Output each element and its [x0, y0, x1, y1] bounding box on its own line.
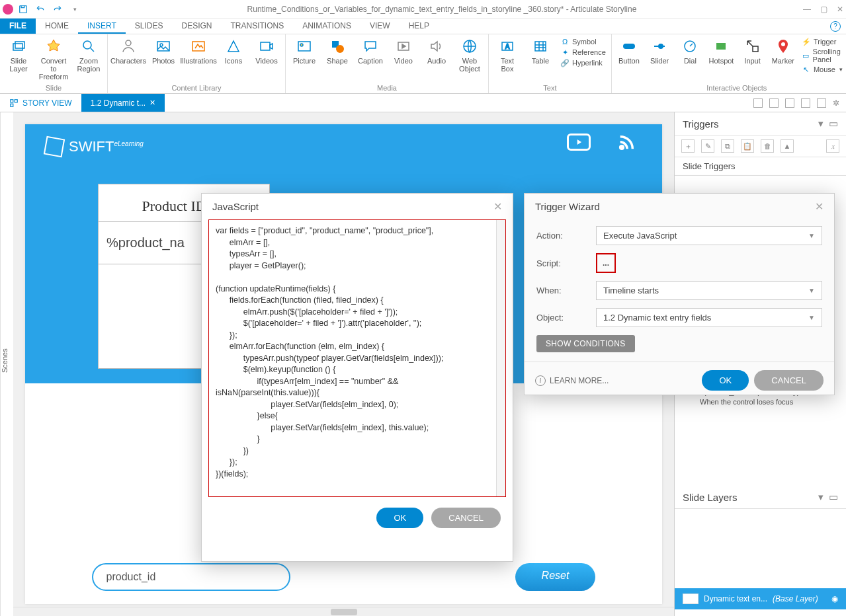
tab-insert[interactable]: INSERT — [78, 19, 126, 34]
dial-button[interactable]: Dial — [678, 37, 702, 65]
ribbon-group-text: ATextBox Table ΩSymbol ✦Reference 🔗Hyper… — [489, 34, 612, 93]
marker-button[interactable]: Marker — [771, 37, 795, 65]
visibility-icon[interactable]: ◉ — [831, 594, 838, 603]
reference-button[interactable]: ✦Reference — [560, 48, 606, 57]
convert-freeform-button[interactable]: Convert toFreeform — [38, 37, 69, 81]
js-dialog-close-icon[interactable]: ✕ — [493, 200, 502, 213]
variables-icon[interactable]: 𝑥 — [826, 139, 839, 153]
code-scrollbar[interactable] — [496, 220, 505, 496]
tw-ok-button[interactable]: OK — [702, 370, 749, 391]
picture-button[interactable]: Picture — [291, 37, 317, 65]
tab-transitions[interactable]: TRANSITIONS — [222, 19, 294, 34]
show-conditions-button[interactable]: SHOW CONDITIONS — [536, 335, 635, 352]
layers-menu-icon[interactable]: ▾ — [818, 491, 824, 503]
titlebar: ▾ Runtime_Conditions_or_Variables_for_dy… — [0, 0, 846, 19]
web-object-button[interactable]: WebObject — [456, 37, 483, 73]
videos-button[interactable]: Videos — [253, 37, 280, 65]
tw-cancel-button[interactable]: CANCEL — [754, 370, 824, 391]
reset-button[interactable]: Reset — [515, 563, 596, 591]
close-button[interactable]: ✕ — [837, 5, 843, 14]
story-view-tab[interactable]: STORY VIEW — [0, 94, 81, 112]
device-phone-portrait-icon[interactable] — [817, 98, 826, 108]
shape-button[interactable]: Shape — [324, 37, 351, 65]
javascript-code-textarea[interactable]: var fields = ["product_id", "product_nam… — [208, 219, 506, 497]
youtube-icon — [567, 134, 591, 151]
ribbon: SlideLayer Convert toFreeform ZoomRegion… — [0, 34, 846, 94]
move-up-icon[interactable]: ▲ — [781, 139, 794, 153]
characters-button[interactable]: Characters — [113, 37, 144, 65]
tw-dialog-close-icon[interactable]: ✕ — [815, 200, 824, 213]
edit-trigger-icon[interactable]: ✎ — [701, 139, 714, 153]
device-tablet-landscape-icon[interactable] — [769, 98, 779, 108]
caption-button[interactable]: Caption — [357, 37, 384, 65]
device-tablet-portrait-icon[interactable] — [785, 98, 794, 108]
mouse-icon: ↖ — [802, 65, 811, 74]
panel-expand-icon[interactable]: ▭ — [829, 118, 838, 130]
tab-view[interactable]: VIEW — [360, 19, 400, 34]
trigger-button[interactable]: ⚡Trigger — [802, 37, 846, 46]
redo-icon[interactable] — [52, 3, 63, 15]
settings-icon[interactable]: ✲ — [833, 98, 839, 108]
svg-point-13 — [336, 45, 344, 53]
video-button[interactable]: Video — [390, 37, 417, 65]
symbol-button[interactable]: ΩSymbol — [560, 37, 606, 46]
slider-button[interactable]: Slider — [648, 37, 671, 65]
qat-dropdown-icon[interactable]: ▾ — [69, 3, 81, 15]
scenes-rail[interactable]: Scenes — [0, 112, 13, 616]
maximize-button[interactable]: ▢ — [820, 5, 827, 14]
add-trigger-icon[interactable]: ＋ — [681, 139, 695, 153]
audio-button[interactable]: Audio — [423, 37, 450, 65]
icons-icon — [224, 37, 243, 56]
svg-point-20 — [659, 44, 663, 48]
button-button[interactable]: Button — [617, 37, 641, 65]
undo-icon[interactable] — [34, 3, 46, 15]
panel-menu-icon[interactable]: ▾ — [818, 118, 824, 130]
scrolling-panel-button[interactable]: ▭Scrolling Panel — [802, 48, 846, 63]
minimize-button[interactable]: — — [803, 5, 811, 14]
base-layer-chip[interactable]: Dynamic text en... (Base Layer) ◉ — [675, 588, 846, 609]
photos-button[interactable]: Photos — [150, 37, 177, 65]
copy-trigger-icon[interactable]: ⧉ — [721, 139, 734, 153]
help-icon[interactable]: ? — [830, 21, 841, 32]
script-edit-button[interactable]: ... — [596, 253, 616, 273]
tab-design[interactable]: DESIGN — [172, 19, 221, 34]
save-icon[interactable] — [17, 3, 29, 15]
device-phone-landscape-icon[interactable] — [801, 98, 810, 108]
horizontal-scrollbar[interactable] — [13, 607, 674, 616]
learn-more-link[interactable]: iLEARN MORE... — [535, 375, 609, 386]
symbol-icon: Ω — [560, 37, 570, 46]
device-desktop-icon[interactable] — [753, 98, 763, 108]
illustrations-button[interactable]: Illustrations — [183, 37, 214, 65]
shape-icon — [328, 37, 347, 56]
icons-button[interactable]: Icons — [220, 37, 247, 65]
tab-animations[interactable]: ANIMATIONS — [293, 19, 360, 34]
table-button[interactable]: Table — [527, 37, 554, 65]
tab-home[interactable]: HOME — [36, 19, 78, 34]
zoom-region-button[interactable]: ZoomRegion — [75, 37, 102, 73]
app-icon — [3, 4, 13, 15]
zoom-icon — [79, 37, 98, 56]
slide-tab[interactable]: 1.2 Dynamic t...✕ — [81, 94, 165, 112]
object-select[interactable]: 1.2 Dynamic text entry fields▼ — [596, 308, 822, 327]
tab-help[interactable]: HELP — [400, 19, 439, 34]
product-id-input[interactable]: product_id — [92, 563, 290, 591]
layers-expand-icon[interactable]: ▭ — [829, 491, 838, 503]
close-tab-icon[interactable]: ✕ — [149, 98, 155, 107]
tab-slides[interactable]: SLIDES — [126, 19, 173, 34]
js-cancel-button[interactable]: CANCEL — [431, 508, 501, 528]
tab-file[interactable]: FILE — [0, 19, 36, 34]
js-ok-button[interactable]: OK — [376, 508, 423, 528]
ribbon-group-media: Picture Shape Caption Video Audio WebObj… — [286, 34, 489, 93]
paste-trigger-icon[interactable]: 📋 — [741, 139, 754, 153]
input-button[interactable]: Input — [740, 37, 764, 65]
action-label: Action: — [536, 231, 596, 241]
text-box-button[interactable]: ATextBox — [494, 37, 521, 73]
slide-layer-button[interactable]: SlideLayer — [5, 37, 32, 73]
hotspot-button[interactable]: Hotspot — [709, 37, 734, 65]
when-select[interactable]: Timeline starts▼ — [596, 281, 822, 300]
hyperlink-button[interactable]: 🔗Hyperlink — [560, 58, 606, 67]
delete-trigger-icon[interactable]: 🗑 — [761, 139, 774, 153]
javascript-dialog: JavaScript ✕ var fields = ["product_id",… — [201, 193, 513, 562]
action-select[interactable]: Execute JavaScript▼ — [596, 226, 822, 245]
mouse-button[interactable]: ↖Mouse▾ — [802, 65, 846, 74]
